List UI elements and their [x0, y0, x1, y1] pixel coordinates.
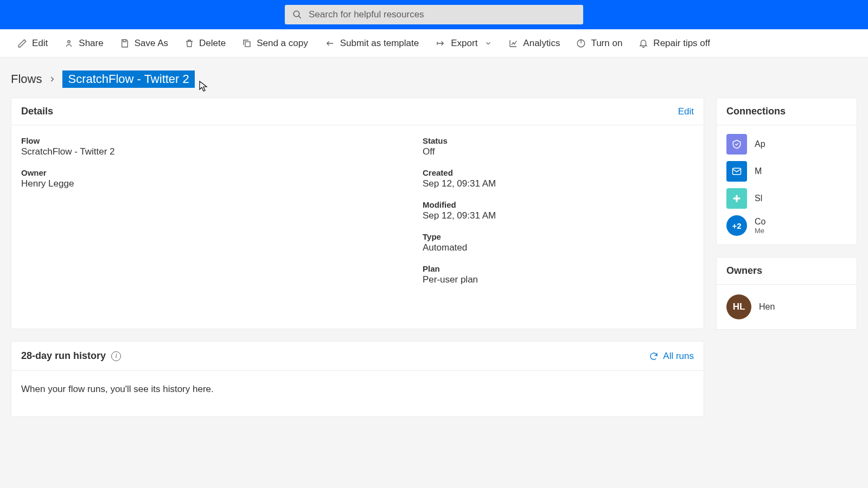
avatar: HL — [726, 294, 751, 319]
analytics-button[interactable]: Analytics — [501, 35, 567, 52]
breadcrumb: Flows ScratchFlow - Twitter 2 — [0, 57, 868, 98]
plan-value: Per-user plan — [423, 274, 694, 285]
connection-label: M — [755, 166, 762, 176]
connection-icon — [726, 161, 747, 182]
svg-rect-8 — [733, 197, 740, 199]
connection-more-sub: Me — [755, 227, 765, 235]
refresh-icon — [649, 351, 659, 361]
submit-template-label: Submit as template — [340, 38, 419, 49]
all-runs-link[interactable]: All runs — [649, 351, 694, 362]
trash-icon — [184, 38, 194, 48]
share-label: Share — [79, 38, 103, 49]
pencil-icon — [17, 38, 27, 48]
flow-label: Flow — [21, 136, 401, 145]
submit-template-button[interactable]: Submit as template — [317, 35, 427, 52]
send-copy-label: Send a copy — [257, 38, 308, 49]
svg-point-0 — [293, 11, 299, 17]
plan-label: Plan — [423, 264, 694, 273]
save-as-button[interactable]: Save As — [112, 35, 176, 52]
connections-title: Connections — [726, 106, 786, 117]
save-as-label: Save As — [135, 38, 168, 49]
connection-item[interactable]: M — [726, 161, 847, 182]
share-button[interactable]: Share — [56, 35, 111, 52]
repair-tips-button[interactable]: Repair tips off — [631, 35, 718, 52]
type-value: Automated — [423, 242, 694, 253]
owner-value: Henry Legge — [21, 178, 401, 189]
analytics-label: Analytics — [523, 38, 560, 49]
chevron-right-icon — [48, 72, 56, 86]
svg-line-1 — [298, 16, 301, 18]
edit-button[interactable]: Edit — [10, 35, 55, 52]
send-copy-button[interactable]: Send a copy — [234, 35, 316, 52]
created-label: Created — [423, 168, 694, 177]
owners-card: Owners HL Hen — [716, 257, 857, 330]
type-label: Type — [423, 232, 694, 241]
details-edit-link[interactable]: Edit — [678, 106, 694, 117]
bell-icon — [639, 38, 648, 48]
owner-name: Hen — [759, 302, 775, 312]
breadcrumb-current[interactable]: ScratchFlow - Twitter 2 — [62, 70, 194, 88]
header-bar — [0, 0, 868, 29]
search-icon — [292, 10, 302, 20]
owner-label: Owner — [21, 168, 401, 177]
connection-more[interactable]: +2 Co Me — [726, 215, 847, 236]
delete-button[interactable]: Delete — [177, 35, 233, 52]
share-icon — [64, 38, 74, 48]
connections-card: Connections Ap M — [716, 98, 857, 245]
svg-rect-3 — [245, 42, 250, 47]
info-icon[interactable]: i — [111, 351, 121, 361]
status-value: Off — [423, 146, 694, 157]
connection-item[interactable]: Sl — [726, 188, 847, 209]
created-value: Sep 12, 09:31 AM — [423, 178, 694, 189]
connection-icon — [726, 134, 747, 155]
edit-label: Edit — [32, 38, 48, 49]
repair-tips-label: Repair tips off — [653, 38, 710, 49]
owners-title: Owners — [726, 265, 762, 277]
owner-item[interactable]: HL Hen — [726, 294, 847, 319]
all-runs-label: All runs — [663, 351, 694, 362]
details-card: Details Edit Flow ScratchFlow - Twitter … — [11, 98, 704, 329]
turn-on-label: Turn on — [591, 38, 622, 49]
run-history-card: 28-day run history i All runs When your … — [11, 341, 704, 417]
modified-label: Modified — [423, 200, 694, 209]
connection-label: Ap — [755, 139, 765, 149]
export-label: Export — [451, 38, 477, 49]
modified-value: Sep 12, 09:31 AM — [423, 210, 694, 221]
connection-label: Sl — [755, 194, 762, 203]
turn-on-button[interactable]: Turn on — [569, 35, 630, 52]
command-bar: Edit Share Save As Delete Send a copy Su… — [0, 29, 868, 57]
analytics-icon — [508, 38, 518, 48]
run-history-empty: When your flow runs, you'll see its hist… — [11, 371, 704, 416]
copy-icon — [242, 38, 252, 48]
chevron-down-icon — [484, 40, 492, 47]
connection-icon — [726, 188, 747, 209]
svg-point-2 — [68, 40, 71, 43]
connection-item[interactable]: Ap — [726, 134, 847, 155]
power-icon — [576, 38, 586, 48]
status-label: Status — [423, 136, 694, 145]
breadcrumb-root[interactable]: Flows — [11, 72, 42, 86]
details-title: Details — [21, 106, 53, 117]
export-icon — [435, 38, 446, 48]
connection-more-label: Co — [755, 217, 765, 227]
delete-label: Delete — [199, 38, 226, 49]
search-input[interactable] — [309, 9, 576, 20]
save-icon — [120, 38, 130, 48]
more-badge: +2 — [726, 215, 747, 236]
run-history-title: 28-day run history — [21, 350, 106, 362]
flow-value: ScratchFlow - Twitter 2 — [21, 146, 401, 157]
export-button[interactable]: Export — [427, 35, 500, 52]
arrow-left-icon — [324, 38, 335, 48]
search-box[interactable] — [285, 5, 583, 24]
